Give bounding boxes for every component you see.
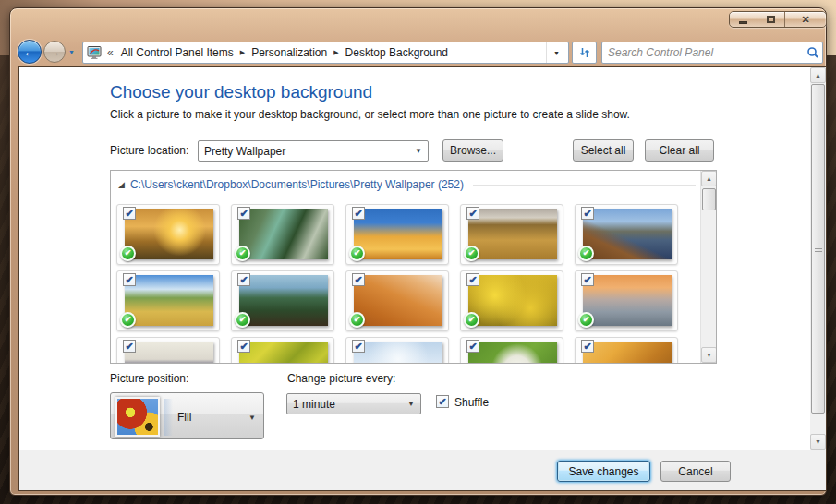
wallpaper-tile-sunrise-tree-meadow[interactable]: ✔✔ — [116, 204, 220, 265]
address-dropdown-icon[interactable]: ▼ — [546, 42, 566, 63]
cancel-button[interactable]: Cancel — [660, 461, 731, 482]
wallpaper-image-sunrise-tree-meadow[interactable] — [125, 209, 213, 259]
collapse-group-icon[interactable]: ◢ — [118, 180, 125, 189]
wallpaper-image-golden-misty-valley[interactable] — [583, 342, 672, 364]
scroll-up-icon[interactable]: ▲ — [701, 171, 717, 186]
wallpaper-checkbox[interactable]: ✔ — [352, 207, 365, 220]
picture-location-label: Picture location: — [110, 144, 188, 157]
wallpaper-image-desert-dunes[interactable] — [354, 275, 442, 326]
wallpaper-image-wheat-field-clouds[interactable] — [125, 275, 213, 326]
wallpaper-tile-harvest-fields[interactable]: ✔✔ — [460, 204, 563, 265]
wallpaper-checkbox[interactable]: ✔ — [237, 207, 250, 220]
list-scrollbar[interactable]: ▲ ▼ — [700, 171, 716, 363]
maximize-icon — [767, 16, 775, 23]
breadcrumb-separator-icon[interactable]: ▶ — [331, 49, 341, 56]
wallpaper-checkbox[interactable]: ✔ — [466, 207, 479, 220]
clear-all-button[interactable]: Clear all — [645, 139, 714, 162]
wallpaper-image-autumn-foliage[interactable] — [239, 342, 328, 364]
save-changes-button[interactable]: Save changes — [557, 461, 650, 482]
wallpaper-checkbox[interactable]: ✔ — [466, 340, 479, 353]
breadcrumb-separator-icon[interactable]: ▶ — [237, 49, 248, 56]
recent-pages-dropdown-icon[interactable]: ▼ — [68, 49, 75, 55]
wallpaper-image-dandelion-meadow[interactable] — [468, 342, 557, 364]
scroll-down-icon[interactable]: ▼ — [701, 347, 717, 363]
minimize-button[interactable] — [730, 12, 757, 27]
selected-check-icon: ✔ — [578, 246, 594, 261]
page-content: Choose your desktop background Click a p… — [19, 67, 826, 450]
page-scrollbar[interactable]: ▲ ▼ — [810, 67, 826, 450]
wallpaper-image-frosted-trees-sunset[interactable] — [583, 275, 672, 326]
wallpaper-checkbox[interactable]: ✔ — [581, 340, 594, 353]
wallpaper-tile-green-river-canyon[interactable]: ✔✔ — [231, 204, 334, 265]
wallpaper-tile-castle-moat-bridge[interactable]: ✔✔ — [575, 204, 678, 265]
wallpaper-tile-golden-misty-valley[interactable]: ✔✔ — [575, 337, 678, 364]
wallpaper-checkbox[interactable]: ✔ — [123, 340, 136, 353]
change-interval-select[interactable]: 1 minute ▼ — [286, 393, 421, 414]
scroll-up-icon[interactable]: ▲ — [810, 67, 826, 83]
page-scrollbar-thumb[interactable] — [811, 84, 825, 414]
address-bar[interactable]: « All Control Panel Items ▶ Personalizat… — [82, 42, 569, 64]
wallpaper-checkbox[interactable]: ✔ — [466, 273, 479, 286]
breadcrumb-all-control-panel-items[interactable]: All Control Panel Items — [117, 44, 237, 61]
wallpaper-checkbox[interactable]: ✔ — [581, 207, 594, 220]
selected-check-icon: ✔ — [464, 312, 479, 328]
search-input[interactable] — [602, 46, 804, 59]
wallpaper-checkbox[interactable]: ✔ — [123, 273, 136, 286]
close-button[interactable]: ✕ — [785, 12, 826, 27]
wallpaper-image-harvest-fields[interactable] — [468, 209, 557, 259]
group-header-rule — [473, 185, 696, 186]
search-icon[interactable] — [804, 45, 822, 60]
picture-position-label: Picture position: — [110, 372, 188, 385]
wallpaper-list: ◢ C:\Users\ckent\Dropbox\Documents\Pictu… — [110, 170, 717, 364]
wallpaper-checkbox[interactable]: ✔ — [352, 340, 365, 353]
wallpaper-image-castle-moat-bridge[interactable] — [583, 209, 672, 259]
select-all-button[interactable]: Select all — [573, 139, 634, 162]
browse-button[interactable]: Browse... — [442, 139, 503, 162]
scroll-down-icon[interactable]: ▼ — [810, 434, 826, 450]
wallpaper-tile-autumn-foliage[interactable]: ✔✔ — [231, 337, 334, 364]
selected-check-icon: ✔ — [120, 246, 136, 261]
wallpaper-image-green-river-canyon[interactable] — [239, 209, 328, 259]
wallpaper-tile-desert-dunes[interactable]: ✔✔ — [345, 270, 449, 331]
breadcrumb-personalization[interactable]: Personalization — [248, 44, 331, 61]
wallpaper-image-mountain-silhouette[interactable] — [125, 342, 213, 364]
selected-check-icon: ✔ — [235, 246, 250, 261]
desktop-background-icon — [87, 45, 102, 60]
wallpaper-tile-dandelion-meadow[interactable]: ✔✔ — [460, 337, 563, 364]
refresh-button[interactable] — [572, 42, 597, 64]
wallpaper-tile-mountain-forest-overlook[interactable]: ✔✔ — [231, 270, 334, 331]
folder-group-header[interactable]: ◢ C:\Users\ckent\Dropbox\Documents\Pictu… — [118, 178, 696, 191]
folder-path-label: C:\Users\ckent\Dropbox\Documents\Picture… — [130, 178, 464, 191]
wallpaper-tile-wheat-field-clouds[interactable]: ✔✔ — [116, 270, 220, 331]
wallpaper-tile-frost-covered-tree[interactable]: ✔✔ — [345, 337, 449, 364]
list-scrollbar-thumb[interactable] — [702, 188, 716, 210]
wallpaper-image-wheat-against-sky[interactable] — [354, 209, 442, 259]
breadcrumb-overflow-chevron[interactable]: « — [107, 46, 114, 59]
wallpaper-checkbox[interactable]: ✔ — [237, 340, 250, 353]
picture-location-select[interactable]: Pretty Wallpaper ▼ — [198, 140, 429, 162]
selected-check-icon: ✔ — [235, 312, 250, 328]
wallpaper-image-yellow-wildflowers[interactable] — [468, 275, 557, 326]
dialog-footer: Save changes Cancel — [19, 450, 826, 490]
chevron-down-icon: ▼ — [248, 414, 256, 422]
wallpaper-tile-mountain-silhouette[interactable]: ✔✔ — [116, 337, 220, 364]
wallpaper-checkbox[interactable]: ✔ — [352, 273, 365, 286]
wallpaper-tile-frosted-trees-sunset[interactable]: ✔✔ — [575, 270, 678, 331]
wallpaper-image-mountain-forest-overlook[interactable] — [239, 275, 328, 326]
change-picture-every-label: Change picture every: — [287, 372, 395, 385]
breadcrumb-desktop-background[interactable]: Desktop Background — [342, 44, 452, 61]
selected-check-icon: ✔ — [120, 312, 136, 328]
wallpaper-tile-yellow-wildflowers[interactable]: ✔✔ — [460, 270, 563, 331]
selected-check-icon: ✔ — [349, 312, 365, 328]
shuffle-checkbox[interactable]: ✔ — [436, 395, 449, 408]
wallpaper-checkbox[interactable]: ✔ — [581, 273, 594, 286]
wallpaper-image-frost-covered-tree[interactable] — [354, 342, 442, 364]
forward-button[interactable]: → — [43, 41, 66, 63]
wallpaper-tile-wheat-against-sky[interactable]: ✔✔ — [345, 204, 449, 265]
wallpaper-checkbox[interactable]: ✔ — [237, 273, 250, 286]
wallpaper-checkbox[interactable]: ✔ — [123, 207, 136, 220]
back-button[interactable]: ← — [18, 40, 42, 64]
chevron-down-icon: ▼ — [409, 147, 428, 155]
picture-position-select[interactable]: Fill ▼ — [110, 392, 264, 439]
maximize-button[interactable] — [757, 12, 785, 27]
